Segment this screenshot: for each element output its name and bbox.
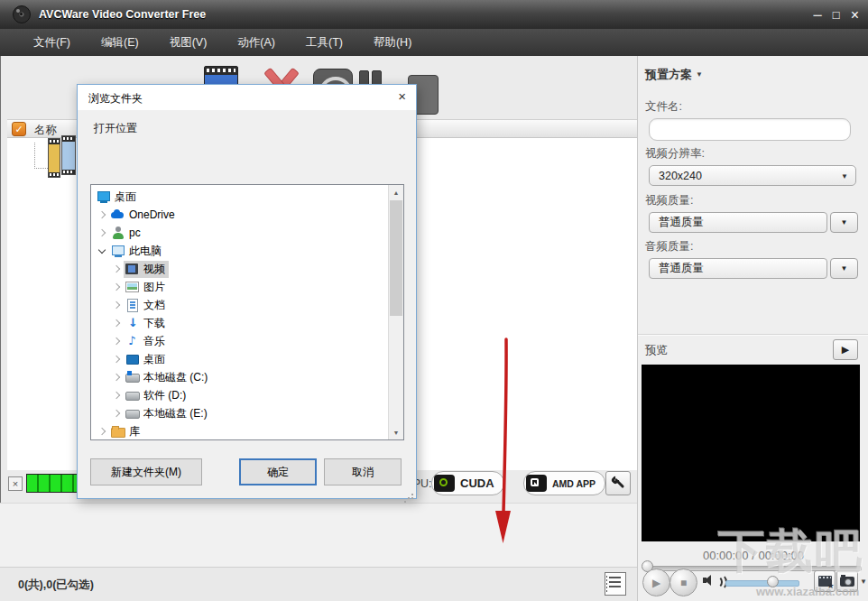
tree-scrollbar[interactable]: ▲ ▼ xyxy=(388,185,403,439)
preview-label: 预览 xyxy=(645,343,668,358)
tree-item[interactable]: 本地磁盘 (E:) xyxy=(91,404,389,422)
tree-item[interactable]: pc xyxy=(91,224,389,242)
tree-item-label: 桌面 xyxy=(115,190,136,205)
resolution-combo[interactable]: 320x240 ▼ xyxy=(649,165,856,186)
dialog-title-bar: 浏览文件夹 × xyxy=(78,85,416,110)
preview-play-button[interactable]: ▶ xyxy=(833,339,858,360)
scroll-up-icon[interactable]: ▲ xyxy=(389,185,403,199)
play-icon: ▶ xyxy=(842,344,849,356)
amd-icon xyxy=(526,475,547,492)
chevron-down-icon: ▼ xyxy=(841,171,848,180)
pictures-icon xyxy=(125,281,140,293)
chevron-collapsed-icon[interactable] xyxy=(95,208,109,221)
select-all-checkbox[interactable]: ✓ xyxy=(12,122,26,136)
menu-item[interactable]: 工具(T) xyxy=(291,29,358,56)
tree-item-label: OneDrive xyxy=(129,208,175,221)
tree-item[interactable]: 桌面 xyxy=(91,350,389,368)
chevron-expanded-icon[interactable] xyxy=(95,245,109,257)
chevron-collapsed-icon[interactable] xyxy=(95,227,109,239)
tree-item-label: 本地磁盘 (C:) xyxy=(143,370,208,385)
camera-icon xyxy=(840,577,854,587)
menu-item[interactable]: 文件(F) xyxy=(18,29,86,56)
dialog-close-icon[interactable]: × xyxy=(398,88,406,104)
x-box-button[interactable]: × xyxy=(8,476,23,491)
stop-button[interactable]: ■ xyxy=(669,569,697,596)
tree-item[interactable]: 桌面 xyxy=(91,188,389,206)
snapshot-camera-button[interactable] xyxy=(836,570,858,592)
tree-item[interactable]: 音乐 xyxy=(91,332,389,350)
amd-badge[interactable]: AMD APP xyxy=(523,471,605,495)
chevron-collapsed-icon[interactable] xyxy=(109,335,124,347)
volume-icon[interactable] xyxy=(703,573,721,587)
tree-item[interactable]: 软件 (D:) xyxy=(91,386,389,404)
log-icon[interactable] xyxy=(605,572,626,596)
play-button[interactable]: ▶ xyxy=(642,569,670,596)
close-icon[interactable]: × xyxy=(851,9,859,21)
chevron-collapsed-icon[interactable] xyxy=(109,407,124,420)
chevron-down-icon: ▼ xyxy=(696,70,703,79)
title-bar: AVCWare Video Converter Free ─ □ × xyxy=(0,0,868,29)
tree-item-label: 图片 xyxy=(143,280,165,295)
chevron-collapsed-icon[interactable] xyxy=(109,389,124,402)
profile-header[interactable]: 预置方案▼ xyxy=(645,67,703,83)
tree-item[interactable]: 此电脑 xyxy=(91,242,389,260)
ok-button[interactable]: 确定 xyxy=(239,458,317,485)
chevron-collapsed-icon[interactable] xyxy=(109,299,124,311)
audio-quality-combo[interactable]: 普通质量 xyxy=(649,258,827,279)
resolution-label: 视频分辨率: xyxy=(645,146,705,162)
menu-item[interactable]: 动作(A) xyxy=(222,29,291,56)
volume-thumb[interactable] xyxy=(767,576,779,587)
tree-item[interactable]: 下载 xyxy=(91,314,389,332)
maximize-icon[interactable]: □ xyxy=(833,9,840,21)
film-star-icon: ★ xyxy=(818,576,832,587)
resize-grip[interactable] xyxy=(411,494,413,495)
film-strip-yellow-icon xyxy=(48,138,60,178)
cuda-badge[interactable]: CUDA xyxy=(431,471,504,495)
library-icon xyxy=(111,425,125,438)
computer-icon xyxy=(111,245,125,257)
tree-item[interactable]: 本地磁盘 (C:) xyxy=(91,368,389,386)
disk-sys-icon xyxy=(125,371,140,384)
new-folder-button[interactable]: 新建文件夹(M) xyxy=(90,458,202,485)
settings-button[interactable] xyxy=(605,471,631,495)
tree-item[interactable]: 视频 xyxy=(91,260,389,278)
status-text: 0(共),0(已勾选) xyxy=(18,578,94,593)
minimize-icon[interactable]: ─ xyxy=(814,9,822,21)
menu-item[interactable]: 编辑(E) xyxy=(86,29,154,56)
tree-item[interactable]: 图片 xyxy=(91,278,389,296)
video-quality-combo[interactable]: 普通质量 xyxy=(649,212,827,233)
tree-item[interactable]: 库 xyxy=(91,422,389,440)
tree-item[interactable]: OneDrive xyxy=(91,206,389,224)
audio-quality-value: 普通质量 xyxy=(659,261,704,276)
menu-item[interactable]: 帮助(H) xyxy=(358,29,427,56)
snapshot-film-button[interactable]: ★ xyxy=(814,570,836,592)
menu-item[interactable]: 视图(V) xyxy=(154,29,223,56)
chevron-collapsed-icon[interactable] xyxy=(109,371,124,384)
stop-icon: ■ xyxy=(680,577,687,589)
dialog-title: 浏览文件夹 xyxy=(88,91,143,106)
cancel-button[interactable]: 取消 xyxy=(324,458,402,485)
column-name-label[interactable]: 名称 xyxy=(34,123,57,138)
filename-label: 文件名: xyxy=(645,99,682,115)
onedrive-icon xyxy=(111,208,125,221)
tree-item-label: 下载 xyxy=(143,316,165,331)
audio-quality-dropdown-button[interactable]: ▼ xyxy=(830,258,858,279)
scroll-down-icon[interactable]: ▼ xyxy=(389,425,403,439)
snapshot-dropdown-icon[interactable]: ▼ xyxy=(860,578,867,586)
videos-icon xyxy=(125,263,140,275)
chevron-collapsed-icon[interactable] xyxy=(109,353,124,365)
video-quality-dropdown-button[interactable]: ▼ xyxy=(830,212,858,233)
chevron-collapsed-icon[interactable] xyxy=(109,281,124,293)
folder-tree: 桌面OneDrivepc此电脑视频图片文档下载音乐桌面本地磁盘 (C:)软件 (… xyxy=(90,184,404,440)
tree-item[interactable]: 文档 xyxy=(91,296,389,314)
chevron-down-icon: ▼ xyxy=(841,218,848,227)
scrollbar-thumb[interactable] xyxy=(390,200,402,316)
chevron-collapsed-icon[interactable] xyxy=(95,425,109,438)
chevron-collapsed-icon[interactable] xyxy=(109,317,124,329)
volume-slider[interactable] xyxy=(725,580,799,587)
user-icon xyxy=(111,227,125,239)
filename-input[interactable] xyxy=(649,118,851,141)
desktop2-icon xyxy=(125,353,140,365)
output-bar: 预置方案(P): iPod - H.264 视频 ▼ 另存为... ▼ 输出目录… xyxy=(0,503,637,567)
chevron-collapsed-icon[interactable] xyxy=(109,263,124,275)
